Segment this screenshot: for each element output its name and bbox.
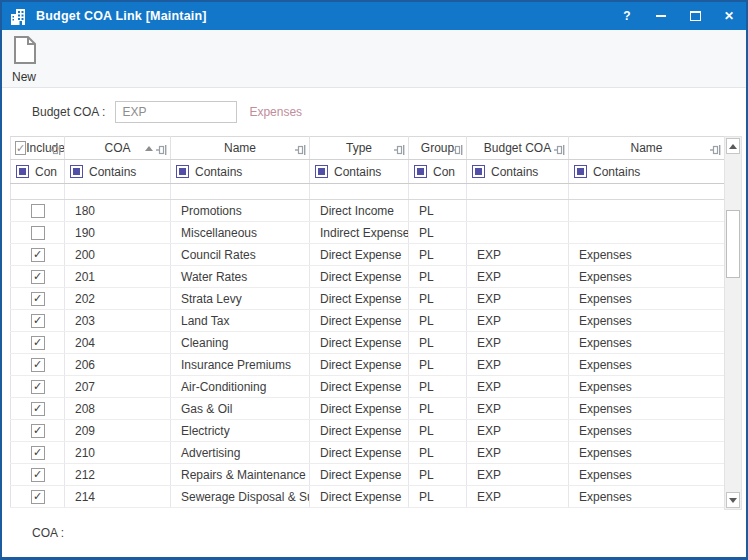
pin-icon[interactable] [50, 144, 61, 158]
include-cell[interactable]: ✓ [11, 354, 65, 376]
table-row[interactable]: ✓ 203 Land Tax Direct Expense PL EXP Exp… [11, 310, 725, 332]
name-cell[interactable]: Miscellaneous [171, 222, 310, 244]
type-cell[interactable]: Indirect Expense [310, 222, 409, 244]
pin-icon[interactable] [394, 144, 405, 158]
budget-coa-input[interactable] [115, 101, 237, 123]
name-cell[interactable]: Gas & Oil [171, 398, 310, 420]
table-row[interactable]: ✓ 209 Electricty Direct Expense PL EXP E… [11, 420, 725, 442]
include-cell[interactable]: ✓ [11, 464, 65, 486]
budget-coa-cell[interactable]: EXP [467, 288, 569, 310]
include-checkbox[interactable]: ✓ [31, 490, 45, 504]
table-row[interactable]: ✓ 200 Council Rates Direct Expense PL EX… [11, 244, 725, 266]
scrollbar-thumb[interactable] [726, 210, 740, 278]
name-cell[interactable]: Sewerage Disposal & Sull [171, 486, 310, 508]
group-cell[interactable]: PL [409, 288, 467, 310]
filter-cell-include[interactable]: Con [11, 160, 65, 184]
group-cell[interactable]: PL [409, 464, 467, 486]
name-cell[interactable]: Cleaning [171, 332, 310, 354]
include-cell[interactable]: ✓ [11, 376, 65, 398]
include-cell[interactable]: ✓ [11, 244, 65, 266]
budget-name-cell[interactable]: Expenses [569, 288, 725, 310]
pin-icon[interactable] [554, 144, 565, 158]
coa-cell[interactable]: 214 [65, 486, 171, 508]
group-cell[interactable]: PL [409, 266, 467, 288]
table-row[interactable]: 190 Miscellaneous Indirect Expense PL [11, 222, 725, 244]
name-cell[interactable]: Air-Conditioning [171, 376, 310, 398]
scroll-up-button[interactable] [726, 138, 740, 154]
table-row[interactable]: ✓ 214 Sewerage Disposal & Sull Direct Ex… [11, 486, 725, 508]
type-cell[interactable]: Direct Expense [310, 310, 409, 332]
coa-cell[interactable]: 200 [65, 244, 171, 266]
name-cell[interactable]: Insurance Premiums [171, 354, 310, 376]
budget-coa-cell[interactable] [467, 200, 569, 222]
coa-cell[interactable]: 202 [65, 288, 171, 310]
group-cell[interactable]: PL [409, 222, 467, 244]
column-header-group[interactable]: Group [409, 137, 467, 160]
name-cell[interactable]: Advertising [171, 442, 310, 464]
table-row[interactable]: ✓ 208 Gas & Oil Direct Expense PL EXP Ex… [11, 398, 725, 420]
coa-cell[interactable]: 180 [65, 200, 171, 222]
budget-name-cell[interactable]: Expenses [569, 420, 725, 442]
filter-type-icon[interactable] [16, 165, 29, 178]
budget-name-cell[interactable] [569, 222, 725, 244]
budget-coa-cell[interactable]: EXP [467, 376, 569, 398]
group-cell[interactable]: PL [409, 376, 467, 398]
include-cell[interactable] [11, 222, 65, 244]
budget-coa-cell[interactable]: EXP [467, 310, 569, 332]
budget-coa-cell[interactable]: EXP [467, 486, 569, 508]
table-row[interactable]: ✓ 202 Strata Levy Direct Expense PL EXP … [11, 288, 725, 310]
filter-cell-group[interactable]: Con [409, 160, 467, 184]
filter-type-icon[interactable] [315, 165, 328, 178]
filter-cell-budget-name[interactable]: Contains [569, 160, 725, 184]
budget-coa-cell[interactable]: EXP [467, 420, 569, 442]
column-header-coa[interactable]: COA [65, 137, 171, 160]
column-header-budget-coa[interactable]: Budget COA [467, 137, 569, 160]
table-row[interactable]: ✓ 207 Air-Conditioning Direct Expense PL… [11, 376, 725, 398]
name-cell[interactable]: Strata Levy [171, 288, 310, 310]
budget-name-cell[interactable]: Expenses [569, 486, 725, 508]
budget-coa-cell[interactable] [467, 222, 569, 244]
table-row[interactable]: ✓ 212 Repairs & Maintenance Direct Expen… [11, 464, 725, 486]
include-checkbox[interactable]: ✓ [31, 402, 45, 416]
table-row[interactable]: 180 Promotions Direct Income PL [11, 200, 725, 222]
scroll-down-button[interactable] [726, 492, 740, 508]
budget-name-cell[interactable]: Expenses [569, 398, 725, 420]
coa-cell[interactable]: 190 [65, 222, 171, 244]
group-cell[interactable]: PL [409, 310, 467, 332]
budget-coa-cell[interactable]: EXP [467, 442, 569, 464]
group-cell[interactable]: PL [409, 244, 467, 266]
coa-cell[interactable]: 207 [65, 376, 171, 398]
type-cell[interactable]: Direct Expense [310, 332, 409, 354]
include-checkbox[interactable]: ✓ [31, 314, 45, 328]
include-cell[interactable]: ✓ [11, 310, 65, 332]
filter-cell-budget-coa[interactable]: Contains [467, 160, 569, 184]
budget-name-cell[interactable] [569, 200, 725, 222]
group-cell[interactable]: PL [409, 332, 467, 354]
coa-cell[interactable]: 203 [65, 310, 171, 332]
coa-cell[interactable]: 208 [65, 398, 171, 420]
group-cell[interactable]: PL [409, 398, 467, 420]
group-cell[interactable]: PL [409, 420, 467, 442]
filter-type-icon[interactable] [70, 165, 83, 178]
budget-name-cell[interactable]: Expenses [569, 332, 725, 354]
include-cell[interactable]: ✓ [11, 442, 65, 464]
close-button[interactable]: ✕ [712, 2, 746, 30]
include-checkbox[interactable]: ✓ [31, 292, 45, 306]
include-cell[interactable]: ✓ [11, 266, 65, 288]
type-cell[interactable]: Direct Expense [310, 486, 409, 508]
budget-name-cell[interactable]: Expenses [569, 266, 725, 288]
pin-icon[interactable] [452, 144, 463, 158]
vertical-scrollbar[interactable] [724, 136, 742, 510]
name-cell[interactable]: Repairs & Maintenance [171, 464, 310, 486]
column-header-budget-name[interactable]: Name [569, 137, 725, 160]
filter-type-icon[interactable] [414, 165, 427, 178]
type-cell[interactable]: Direct Expense [310, 464, 409, 486]
select-all-checkbox[interactable]: ✓ [15, 141, 26, 155]
budget-coa-cell[interactable]: EXP [467, 398, 569, 420]
type-cell[interactable]: Direct Expense [310, 244, 409, 266]
coa-cell[interactable]: 201 [65, 266, 171, 288]
filter-type-icon[interactable] [574, 165, 587, 178]
new-button[interactable]: New [12, 36, 56, 84]
include-checkbox[interactable]: ✓ [31, 248, 45, 262]
group-cell[interactable]: PL [409, 354, 467, 376]
